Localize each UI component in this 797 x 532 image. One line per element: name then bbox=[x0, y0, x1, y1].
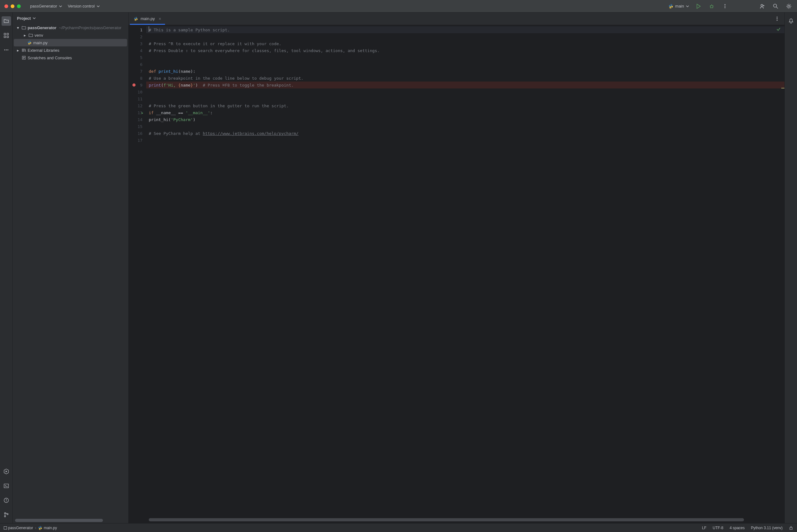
more-vertical-icon bbox=[724, 4, 725, 8]
structure-tool-button[interactable] bbox=[2, 31, 11, 40]
vcs-tool-button[interactable] bbox=[2, 510, 11, 519]
terminal-tool-button[interactable] bbox=[2, 481, 11, 491]
close-window-button[interactable] bbox=[4, 4, 8, 8]
editor-gutter[interactable]: 1 2 3 4 5 6 7 8 9 10 11 12 ▸13 14 15 16 … bbox=[129, 25, 146, 523]
chevron-down-icon bbox=[686, 5, 689, 8]
gutter-line[interactable]: 15 bbox=[129, 123, 146, 130]
tree-main-file[interactable]: main.py bbox=[14, 39, 127, 46]
svg-point-10 bbox=[7, 50, 8, 51]
editor-scrollbar-h[interactable] bbox=[149, 518, 782, 521]
code-line: # Press ^R to execute it or replace it w… bbox=[146, 40, 784, 47]
breadcrumb-file[interactable]: main.py bbox=[38, 526, 57, 530]
chevron-down-icon: ▾ bbox=[16, 25, 20, 30]
breakpoint-icon[interactable] bbox=[132, 83, 136, 87]
module-icon bbox=[4, 526, 7, 530]
code-line bbox=[146, 33, 784, 40]
project-panel-header[interactable]: Project bbox=[13, 13, 128, 24]
code-line bbox=[146, 89, 784, 95]
scrollbar-thumb[interactable] bbox=[15, 519, 103, 522]
svg-point-2 bbox=[774, 4, 777, 7]
inspection-ok-icon[interactable] bbox=[776, 27, 781, 32]
breadcrumb-project-label: passGenerator bbox=[8, 526, 33, 530]
project-panel: Project ▾ passGenerator ~/PycharmProject… bbox=[13, 13, 129, 523]
scrollbar-thumb[interactable] bbox=[149, 518, 744, 521]
problems-tool-button[interactable] bbox=[2, 496, 11, 505]
python-file-icon bbox=[27, 40, 32, 45]
gutter-line[interactable]: 3 bbox=[129, 40, 146, 47]
editor-more-button[interactable] bbox=[773, 15, 781, 23]
code-line bbox=[146, 95, 784, 102]
tree-scratches[interactable]: Scratches and Consoles bbox=[14, 54, 127, 61]
run-config-selector[interactable]: main bbox=[668, 4, 689, 9]
run-config-label: main bbox=[675, 4, 684, 8]
interpreter-widget[interactable]: Python 3.11 (venv) bbox=[751, 526, 782, 530]
lock-icon[interactable] bbox=[789, 526, 793, 530]
title-bar: passGenerator Version control main bbox=[0, 0, 797, 13]
marker-stripe[interactable] bbox=[781, 88, 784, 89]
gutter-line[interactable]: ▸13 bbox=[129, 109, 146, 116]
title-right: main bbox=[668, 2, 793, 10]
run-button[interactable] bbox=[695, 2, 702, 10]
project-scrollbar-h[interactable] bbox=[15, 519, 119, 522]
indent-widget[interactable]: 4 spaces bbox=[729, 526, 745, 530]
tree-venv-label: venv bbox=[35, 33, 43, 38]
svg-point-3 bbox=[788, 5, 790, 7]
project-panel-title: Project bbox=[17, 16, 31, 21]
code-line: # This is a sample Python script. bbox=[146, 26, 784, 33]
svg-point-1 bbox=[761, 4, 763, 6]
chevron-down-icon bbox=[33, 17, 36, 20]
debug-button[interactable] bbox=[708, 2, 716, 10]
gutter-line[interactable]: 11 bbox=[129, 95, 146, 102]
gutter-line[interactable]: 9 bbox=[129, 81, 146, 89]
line-separator-widget[interactable]: LF bbox=[702, 526, 706, 530]
chevron-down-icon bbox=[59, 5, 62, 8]
svg-point-8 bbox=[4, 50, 5, 51]
encoding-widget[interactable]: UTF-8 bbox=[713, 526, 723, 530]
search-everywhere-button[interactable] bbox=[772, 2, 779, 10]
run-gutter-icon[interactable]: ▸ bbox=[141, 110, 144, 115]
gutter-line[interactable]: 4 bbox=[129, 47, 146, 54]
code-line: print(f'Hi, {name}') # Press ⌘F8 to togg… bbox=[146, 81, 784, 89]
gutter-line[interactable]: 10 bbox=[129, 89, 146, 95]
notifications-button[interactable] bbox=[787, 17, 795, 25]
gutter-line[interactable]: 5 bbox=[129, 54, 146, 61]
code-line bbox=[146, 54, 784, 61]
more-actions-button[interactable] bbox=[721, 2, 728, 10]
code-line: # Use a breakpoint in the code line belo… bbox=[146, 75, 784, 81]
project-menu[interactable]: passGenerator bbox=[30, 4, 62, 8]
chevron-down-icon bbox=[97, 5, 100, 8]
gutter-line[interactable]: 7 bbox=[129, 68, 146, 75]
code-with-me-button[interactable] bbox=[759, 2, 766, 10]
code-line: if __name__ == '__main__': bbox=[146, 109, 784, 116]
tree-scratch-label: Scratches and Consoles bbox=[27, 56, 72, 60]
tree-venv[interactable]: ▸ venv bbox=[14, 31, 127, 39]
more-tools-button[interactable] bbox=[2, 45, 11, 55]
editor-tab-main[interactable]: main.py × bbox=[130, 13, 165, 25]
play-icon bbox=[696, 3, 701, 9]
code-line bbox=[146, 61, 784, 68]
gutter-line[interactable]: 6 bbox=[129, 61, 146, 68]
maximize-window-button[interactable] bbox=[17, 4, 21, 8]
project-tool-button[interactable] bbox=[2, 16, 11, 26]
minimize-window-button[interactable] bbox=[11, 4, 15, 8]
breadcrumb-project[interactable]: passGenerator bbox=[4, 526, 33, 530]
gutter-line[interactable]: 17 bbox=[129, 137, 146, 144]
terminal-icon bbox=[3, 483, 9, 489]
tree-external-libs[interactable]: ▸ External Libraries bbox=[14, 46, 127, 54]
settings-button[interactable] bbox=[785, 2, 793, 10]
python-file-icon bbox=[38, 526, 42, 530]
vcs-menu[interactable]: Version control bbox=[68, 4, 100, 8]
gutter-line[interactable]: 12 bbox=[129, 102, 146, 109]
svg-rect-4 bbox=[4, 33, 6, 35]
gutter-line[interactable]: 8 bbox=[129, 75, 146, 81]
gutter-line[interactable]: 2 bbox=[129, 33, 146, 40]
gutter-line[interactable]: 1 bbox=[129, 26, 146, 33]
services-tool-button[interactable] bbox=[2, 467, 11, 476]
gutter-line[interactable]: 14 bbox=[129, 116, 146, 123]
close-tab-button[interactable]: × bbox=[159, 16, 161, 21]
gutter-line[interactable]: 16 bbox=[129, 130, 146, 137]
tree-root[interactable]: ▾ passGenerator ~/PycharmProjects/passGe… bbox=[14, 24, 127, 31]
code-line bbox=[146, 137, 784, 144]
text-cursor bbox=[149, 26, 149, 32]
code-editor[interactable]: # This is a sample Python script. # Pres… bbox=[146, 25, 784, 523]
